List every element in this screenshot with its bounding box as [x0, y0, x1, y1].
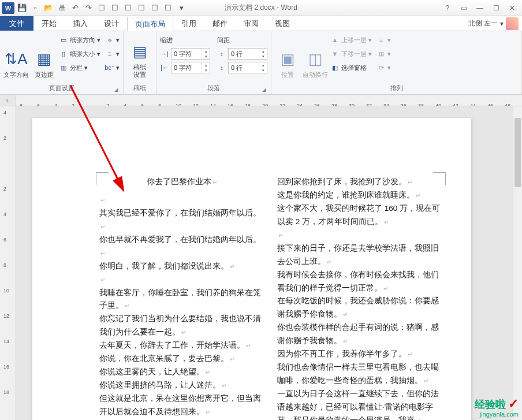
window-title: 演示文档 2.docx - Word — [225, 3, 297, 13]
spacing-before-input[interactable]: 0 行▴▾ — [228, 48, 267, 60]
group-label-draft: 稿纸 — [127, 83, 152, 94]
group-paragraph: 缩进 →| 0 字符▴▾ |← 0 字符▴▾ 间距 ↕ 0 行▴▾ ↕ 0 行▴… — [156, 31, 271, 94]
orientation-button[interactable]: ▭纸张方向▾ — [59, 34, 100, 46]
tab-home[interactable]: 开始 — [33, 16, 65, 31]
quick-access-toolbar: W 💾 ▫ 📂 🖶 ↶ ↷ ☐ ☐ ☐ ☐ ☐ ☐ ▾ — [0, 2, 187, 14]
tab-insert[interactable]: 插入 — [65, 16, 96, 31]
tab-file[interactable]: 文件 — [0, 16, 33, 31]
align-icon: ≡ — [376, 35, 386, 44]
spacing-label: 间距 — [217, 34, 267, 46]
breaks-button[interactable]: ⎆▾ — [105, 34, 120, 46]
spacing-before-icon: ↕ — [217, 49, 226, 58]
tab-design[interactable]: 设计 — [96, 16, 127, 31]
group-label-paragraph: 段落 — [207, 84, 220, 91]
word-app-icon[interactable]: W — [2, 2, 14, 14]
ruler-vertical[interactable]: 4224681012141618 — [0, 106, 16, 420]
tab-review[interactable]: 审阅 — [236, 16, 267, 31]
group-arrange: ▣ 位置 ◫ 自动换行 ▲上移一层▾ ▼下移一层▾ ◧选择窗格 ≡▾ ⊞▾ ⟳▾… — [271, 31, 522, 94]
rotate-button[interactable]: ⟳▾ — [376, 61, 391, 74]
backward-button[interactable]: ▼下移一层▾ — [330, 47, 372, 60]
document-area: 4224681012141618 你去了巴黎作业本其实我已经不爱你了，在我们结婚… — [0, 106, 522, 420]
wrap-icon: ◫ — [306, 50, 325, 69]
margin-corner-tr — [433, 172, 446, 185]
align-button[interactable]: ≡▾ — [376, 34, 391, 46]
backward-icon: ▼ — [330, 49, 340, 58]
maximize-icon[interactable]: ☐ — [489, 2, 504, 14]
margins-button[interactable]: ▦ 页边距 — [31, 34, 57, 79]
margin-corner-tl — [96, 172, 109, 185]
qat-icon-1[interactable]: ☐ — [96, 2, 107, 14]
qat-icon-3[interactable]: ☐ — [122, 2, 134, 14]
ribbon-options-icon[interactable]: ▭ — [456, 2, 471, 14]
breaks-icon: ⎆ — [105, 35, 114, 44]
orientation-icon: ▭ — [59, 35, 68, 44]
line-numbers-button[interactable]: ≡▾ — [105, 47, 120, 60]
tab-references[interactable]: 引用 — [173, 16, 204, 31]
selection-pane-button[interactable]: ◧选择窗格 — [330, 61, 372, 74]
help-icon[interactable]: ? — [440, 2, 455, 14]
selection-icon: ◧ — [330, 63, 340, 72]
size-icon: ▯ — [59, 49, 68, 58]
tab-layout[interactable]: 页面布局 — [127, 17, 173, 31]
position-button[interactable]: ▣ 位置 — [275, 34, 300, 79]
ribbon-tabs: 文件 开始 插入 设计 页面布局 引用 邮件 审阅 视图 北侧 左一 ▾ — [0, 16, 522, 31]
ribbon: ⇅A 文字方向 ▦ 页边距 ▭纸张方向▾ ▯纸张大小▾ ▥分栏▾ ⎆▾ ≡▾ b… — [0, 31, 522, 95]
scrollbar-thumb[interactable] — [514, 118, 521, 187]
close-icon[interactable]: ✕ — [505, 2, 520, 14]
pagesetup-launcher-icon[interactable]: ◢ — [114, 87, 118, 92]
columns-icon: ▥ — [59, 63, 68, 72]
vertical-scrollbar[interactable] — [513, 106, 522, 420]
tab-view[interactable]: 视图 — [267, 16, 298, 31]
user-dropdown-icon[interactable]: ▾ — [500, 20, 504, 28]
group-icon: ⊞ — [376, 49, 386, 58]
group-objects-button[interactable]: ⊞▾ — [376, 47, 391, 60]
avatar[interactable] — [506, 17, 519, 30]
wrap-button[interactable]: ◫ 自动换行 — [303, 34, 328, 79]
group-label-arrange: 排列 — [275, 83, 518, 94]
paragraph-launcher-icon[interactable]: ◢ — [262, 87, 266, 92]
user-area[interactable]: 北侧 左一 ▾ — [468, 16, 522, 31]
qat-icon-5[interactable]: ☐ — [149, 2, 161, 14]
group-draft: ▤ 稿纸 设置 稿纸 — [124, 31, 156, 94]
indent-right-input[interactable]: 0 字符▴▾ — [171, 62, 210, 73]
qat-icon-2[interactable]: ☐ — [109, 2, 121, 14]
line-numbers-icon: ≡ — [105, 49, 114, 58]
new-icon[interactable]: ▫ — [29, 2, 41, 14]
columns-button[interactable]: ▥分栏▾ — [59, 61, 100, 74]
minimize-icon[interactable]: — — [472, 2, 487, 14]
draft-settings-button[interactable]: ▤ 稿纸 设置 — [127, 34, 152, 79]
position-icon: ▣ — [278, 50, 297, 69]
text-direction-button[interactable]: ⇅A 文字方向 — [3, 34, 29, 79]
print-icon[interactable]: 🖶 — [56, 2, 68, 14]
rotate-icon: ⟳ — [376, 63, 386, 72]
watermark: 经验啦 ✓ jingyanla.com — [475, 397, 519, 418]
column-right[interactable]: 回到家你抢到了床，我抢到了沙发。这是你我的约定，谁抢到床谁就睡床。这个家不大，我… — [277, 176, 442, 420]
spacing-after-input[interactable]: 0 行▴▾ — [228, 62, 267, 73]
qat-icon-4[interactable]: ☐ — [136, 2, 147, 14]
titlebar: W 💾 ▫ 📂 🖶 ↶ ↷ ☐ ☐ ☐ ☐ ☐ ☐ ▾ 演示文档 2.docx … — [0, 0, 522, 16]
ruler-horizontal[interactable]: L 86422468101214161820222426283032343638… — [0, 95, 522, 106]
qat-icon-6[interactable]: ☐ — [162, 2, 174, 14]
ruler-corner[interactable]: L — [0, 95, 16, 106]
redo-icon[interactable]: ↷ — [83, 2, 94, 14]
margins-icon: ▦ — [35, 50, 53, 69]
column-left[interactable]: 你去了巴黎作业本其实我已经不爱你了，在我们结婚两年以后。你也早就不再爱我了，在我… — [99, 176, 264, 420]
group-label-pagesetup: 页面设置 — [49, 84, 74, 91]
draft-icon: ▤ — [130, 43, 149, 61]
qat-more-icon[interactable]: ▾ — [176, 2, 187, 14]
open-icon[interactable]: 📂 — [43, 2, 54, 14]
page-scroll[interactable]: 你去了巴黎作业本其实我已经不爱你了，在我们结婚两年以后。你也早就不再爱我了，在我… — [16, 106, 522, 420]
hyphenation-button[interactable]: bc⁻▾ — [105, 61, 120, 74]
undo-icon[interactable]: ↶ — [69, 2, 81, 14]
save-icon[interactable]: 💾 — [16, 2, 28, 14]
window-controls: ? ▭ — ☐ ✕ — [440, 2, 522, 14]
tab-mailings[interactable]: 邮件 — [204, 16, 236, 31]
forward-icon: ▲ — [330, 35, 340, 44]
indent-left-input[interactable]: 0 字符▴▾ — [171, 48, 210, 60]
text-direction-icon: ⇅A — [7, 50, 25, 69]
size-button[interactable]: ▯纸张大小▾ — [59, 47, 100, 60]
indent-label: 缩进 — [160, 34, 210, 46]
indent-left-icon: →| — [160, 49, 169, 58]
page[interactable]: 你去了巴黎作业本其实我已经不爱你了，在我们结婚两年以后。你也早就不再爱我了，在我… — [32, 118, 471, 420]
forward-button[interactable]: ▲上移一层▾ — [330, 34, 372, 46]
